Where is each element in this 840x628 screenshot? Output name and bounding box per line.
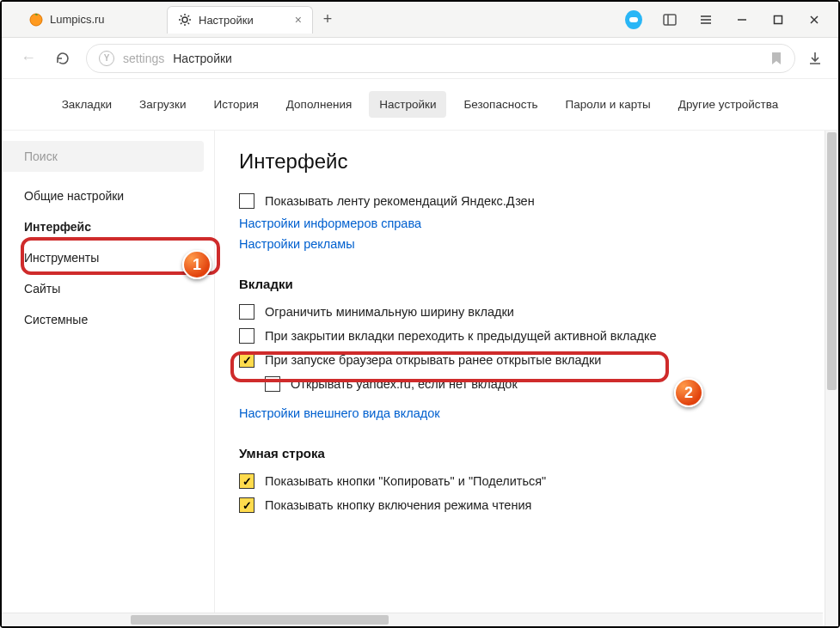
main-area: Поиск Общие настройки Интерфейс Инструме…	[2, 131, 838, 626]
badge-1: 1	[182, 250, 212, 279]
tab-lumpics[interactable]: Lumpics.ru	[19, 6, 165, 34]
smartline-heading: Умная строка	[239, 446, 814, 460]
checkbox-open-yandex[interactable]	[265, 376, 280, 392]
svg-line-7	[181, 15, 182, 17]
settings-nav: Закладки Загрузки История Дополнения Нас…	[2, 79, 838, 131]
search-input[interactable]: Поиск	[2, 141, 204, 172]
nav-downloads[interactable]: Загрузки	[129, 91, 196, 118]
tab-settings[interactable]: Настройки ×	[167, 6, 313, 34]
checkbox-reader[interactable]	[239, 497, 254, 513]
bookmark-icon[interactable]	[770, 52, 782, 65]
checkbox-min-width[interactable]	[239, 304, 254, 320]
tab-title: Настройки	[199, 14, 254, 27]
svg-rect-17	[775, 15, 782, 23]
checkbox-prev-tab[interactable]	[239, 328, 254, 344]
address-bar: ← Y settings Настройки	[2, 38, 838, 79]
nav-history[interactable]: История	[203, 91, 268, 118]
svg-line-8	[188, 23, 190, 25]
svg-rect-11	[664, 15, 676, 25]
checkbox-restore-tabs-label: При запуске браузера открывать ранее отк…	[265, 353, 601, 367]
nav-addons[interactable]: Дополнения	[276, 91, 362, 118]
tab-title: Lumpics.ru	[50, 13, 105, 26]
svg-point-2	[182, 17, 187, 22]
link-ads[interactable]: Настройки рекламы	[239, 234, 355, 254]
minimize-button[interactable]	[733, 11, 751, 28]
sidebar-item-general[interactable]: Общие настройки	[2, 180, 214, 211]
weather-icon[interactable]	[625, 11, 642, 28]
orange-icon	[29, 13, 43, 27]
nav-settings[interactable]: Настройки	[369, 91, 446, 118]
close-button[interactable]	[806, 11, 823, 28]
sidebar-item-system[interactable]: Системные	[2, 304, 214, 335]
svg-line-10	[188, 15, 190, 17]
maximize-button[interactable]	[769, 11, 787, 28]
reload-button[interactable]	[52, 47, 74, 70]
checkbox-min-width-label: Ограничить минимальную ширину вкладки	[265, 305, 514, 319]
settings-content: Интерфейс Показывать ленту рекомендаций …	[215, 131, 838, 626]
checkbox-copy-share[interactable]	[239, 473, 254, 489]
nav-devices[interactable]: Другие устройства	[668, 91, 789, 118]
sidebar-item-interface[interactable]: Интерфейс	[2, 211, 214, 242]
downloads-button[interactable]	[807, 51, 823, 66]
menu-icon[interactable]	[697, 11, 714, 28]
page-title: Интерфейс	[239, 149, 814, 174]
vertical-scrollbar[interactable]	[825, 131, 838, 626]
yandex-icon: Y	[99, 51, 114, 66]
nav-security[interactable]: Безопасность	[453, 91, 548, 118]
checkbox-reader-label: Показывать кнопку включения режима чтени…	[265, 498, 531, 512]
horizontal-scrollbar[interactable]	[2, 613, 823, 626]
badge-2: 2	[674, 378, 703, 407]
close-icon[interactable]: ×	[295, 13, 302, 27]
omnibox[interactable]: Y settings Настройки	[86, 44, 795, 73]
svg-line-9	[181, 23, 182, 25]
checkbox-zen-label: Показывать ленту рекомендаций Яндекс.Дзе…	[265, 194, 535, 208]
back-button[interactable]: ←	[17, 46, 40, 70]
new-tab-button[interactable]: +	[315, 7, 340, 33]
address-label: Настройки	[173, 52, 232, 65]
gear-icon	[178, 13, 192, 27]
link-informers[interactable]: Настройки информеров справа	[239, 213, 421, 234]
link-tab-appearance[interactable]: Настройки внешнего вида вкладок	[239, 403, 440, 424]
tabs-heading: Вкладки	[239, 277, 814, 291]
address-prefix: settings	[123, 52, 164, 65]
checkbox-zen[interactable]	[239, 193, 254, 209]
checkbox-open-yandex-label: Открывать yandex.ru, если нет вкладок	[291, 377, 518, 391]
nav-passwords[interactable]: Пароли и карты	[555, 91, 661, 118]
tab-bar: Lumpics.ru Настройки × +	[2, 2, 838, 38]
nav-bookmarks[interactable]: Закладки	[52, 91, 122, 118]
checkbox-restore-tabs[interactable]	[239, 352, 254, 368]
sidebar-item-sites[interactable]: Сайты	[2, 273, 214, 304]
settings-sidebar: Поиск Общие настройки Интерфейс Инструме…	[2, 131, 215, 626]
checkbox-copy-share-label: Показывать кнопки "Копировать" и "Подели…	[265, 474, 546, 488]
checkbox-prev-tab-label: При закрытии вкладки переходить к предыд…	[265, 329, 657, 343]
sidebar-toggle-icon[interactable]	[661, 11, 678, 28]
